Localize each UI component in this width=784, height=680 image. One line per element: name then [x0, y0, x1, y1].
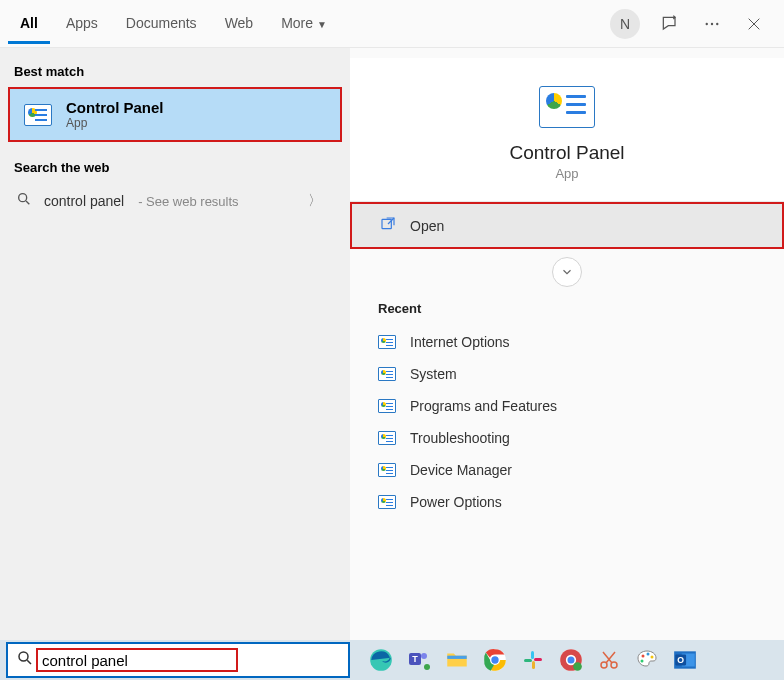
recent-item-label: System: [410, 366, 457, 382]
svg-text:O: O: [677, 655, 684, 665]
tab-label: More: [281, 15, 313, 31]
taskbar-pinned-apps: T O: [366, 645, 700, 675]
web-hint-text: - See web results: [138, 194, 238, 209]
tab-web[interactable]: Web: [213, 3, 266, 44]
svg-text:T: T: [412, 654, 418, 664]
taskbar: T O: [0, 640, 784, 680]
tab-label: Web: [225, 15, 254, 31]
recent-item-programs-and-features[interactable]: Programs and Features: [378, 390, 756, 422]
expand-button[interactable]: [552, 257, 582, 287]
taskbar-search-box[interactable]: [6, 642, 350, 678]
chevron-down-icon: [560, 265, 574, 279]
chevron-down-icon: ▼: [317, 19, 327, 30]
open-icon: [380, 216, 396, 235]
recent-item-system[interactable]: System: [378, 358, 756, 390]
svg-point-29: [641, 660, 644, 663]
svg-point-28: [651, 656, 654, 659]
svg-point-0: [706, 22, 708, 24]
search-icon: [16, 191, 32, 211]
control-panel-icon: [378, 431, 396, 445]
recent-header: Recent: [378, 301, 756, 316]
open-label: Open: [410, 218, 444, 234]
tab-all[interactable]: All: [8, 3, 50, 44]
svg-rect-11: [447, 656, 467, 659]
slack-icon[interactable]: [518, 645, 548, 675]
search-web-header: Search the web: [0, 154, 350, 181]
svg-rect-15: [531, 651, 534, 659]
teams-icon[interactable]: T: [404, 645, 434, 675]
recent-item-label: Power Options: [410, 494, 502, 510]
recent-item-power-options[interactable]: Power Options: [378, 486, 756, 518]
recent-item-troubleshooting[interactable]: Troubleshooting: [378, 422, 756, 454]
search-input[interactable]: [42, 652, 340, 669]
svg-point-9: [421, 653, 427, 659]
close-icon[interactable]: [742, 12, 766, 36]
svg-rect-4: [382, 219, 391, 228]
paint-icon[interactable]: [632, 645, 662, 675]
recent-item-device-manager[interactable]: Device Manager: [378, 454, 756, 486]
svg-point-3: [19, 194, 27, 202]
top-filter-bar: All Apps Documents Web More▼ N: [0, 0, 784, 48]
svg-point-1: [711, 22, 713, 24]
snip-icon[interactable]: [594, 645, 624, 675]
control-panel-icon: [378, 463, 396, 477]
recent-section: Recent Internet Options System Programs …: [350, 293, 784, 526]
recent-item-label: Internet Options: [410, 334, 510, 350]
best-match-text: Control Panel App: [66, 99, 164, 130]
svg-point-23: [573, 662, 582, 671]
more-options-icon[interactable]: [700, 12, 724, 36]
detail-panel: Control Panel App Open Recent Internet O…: [350, 48, 784, 640]
search-icon: [16, 649, 34, 671]
outlook-icon[interactable]: O: [670, 645, 700, 675]
recent-item-label: Troubleshooting: [410, 430, 510, 446]
expand-area: [350, 249, 784, 293]
feedback-icon[interactable]: [658, 12, 682, 36]
content-area: Best match Control Panel App Search the …: [0, 48, 784, 640]
web-result-item[interactable]: control panel - See web results 〉: [0, 181, 350, 221]
detail-header: Control Panel App: [350, 58, 784, 202]
control-panel-icon: [378, 335, 396, 349]
user-avatar[interactable]: N: [610, 9, 640, 39]
detail-title: Control Panel: [370, 142, 764, 164]
svg-point-2: [716, 22, 718, 24]
tab-apps[interactable]: Apps: [54, 3, 110, 44]
best-match-header: Best match: [0, 58, 350, 85]
file-explorer-icon[interactable]: [442, 645, 472, 675]
best-match-subtitle: App: [66, 116, 164, 130]
control-panel-icon: [378, 367, 396, 381]
chevron-right-icon: 〉: [308, 192, 334, 210]
control-panel-icon: [378, 495, 396, 509]
recent-item-internet-options[interactable]: Internet Options: [378, 326, 756, 358]
chrome-canary-icon[interactable]: [556, 645, 586, 675]
top-right-controls: N: [610, 9, 776, 39]
svg-point-27: [647, 653, 650, 656]
web-query-text: control panel: [44, 193, 124, 209]
tab-label: Documents: [126, 15, 197, 31]
recent-item-label: Device Manager: [410, 462, 512, 478]
best-match-title: Control Panel: [66, 99, 164, 116]
best-match-item-control-panel[interactable]: Control Panel App: [8, 87, 342, 142]
control-panel-icon: [378, 399, 396, 413]
tab-label: Apps: [66, 15, 98, 31]
recent-item-label: Programs and Features: [410, 398, 557, 414]
svg-point-10: [424, 664, 430, 670]
svg-rect-18: [534, 658, 542, 661]
detail-subtitle: App: [370, 166, 764, 181]
tab-label: All: [20, 15, 38, 31]
results-panel: Best match Control Panel App Search the …: [0, 48, 350, 640]
control-panel-icon: [539, 86, 595, 128]
control-panel-icon: [24, 104, 52, 126]
edge-icon[interactable]: [366, 645, 396, 675]
svg-point-26: [642, 655, 645, 658]
chrome-icon[interactable]: [480, 645, 510, 675]
avatar-initial: N: [620, 16, 630, 32]
tab-documents[interactable]: Documents: [114, 3, 209, 44]
svg-point-5: [19, 652, 28, 661]
svg-rect-17: [532, 661, 535, 669]
tab-more[interactable]: More▼: [269, 3, 339, 44]
open-action[interactable]: Open: [350, 202, 784, 249]
filter-tabs: All Apps Documents Web More▼: [8, 3, 339, 44]
svg-rect-16: [524, 659, 532, 662]
